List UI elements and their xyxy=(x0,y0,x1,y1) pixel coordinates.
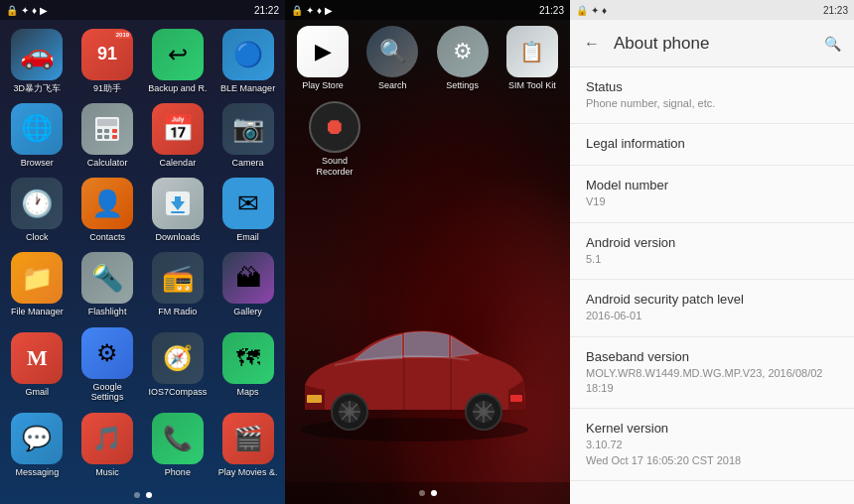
app-item-messaging[interactable]: 💬 Messaging xyxy=(4,410,71,480)
about-item-model[interactable]: Model number V19 xyxy=(570,166,854,222)
car-image xyxy=(285,301,553,449)
app-label-ble: BLE Manager xyxy=(220,83,275,94)
panel2-home-screen: 🔒 ✦ ♦ ▶ 21:23 ▶ Play Store 🔍 Search ⚙ Se… xyxy=(285,0,570,504)
svg-rect-5 xyxy=(97,135,102,139)
app-item-contacts[interactable]: 👤 Contacts xyxy=(74,175,141,245)
app-label-phone: Phone xyxy=(165,467,191,478)
app-item-downloads[interactable]: Downloads xyxy=(145,175,212,245)
lock-icon: 🔒 xyxy=(6,5,18,16)
app-item-gallery[interactable]: 🏔 Gallery xyxy=(214,250,281,320)
app-icon-race: 🚗 xyxy=(11,29,63,80)
app-item-settings[interactable]: ⚙ Settings xyxy=(429,26,497,91)
app-item-backup[interactable]: ↩ Backup and R. xyxy=(145,26,212,96)
panel1-app-drawer: 🔒 ✦ ♦ ▶ 21:22 🚗 3D暴力飞车 91 2019 91助手 ↩ xyxy=(0,0,285,504)
svg-rect-4 xyxy=(112,129,117,133)
app-icon-search: 🔍 xyxy=(366,26,418,77)
app-label-browser: Browser xyxy=(21,158,54,169)
app-label-filemgr: File Manager xyxy=(11,307,64,317)
search-button[interactable]: 🔍 xyxy=(818,30,846,58)
app-item-maps[interactable]: 🗺 Maps xyxy=(214,324,281,406)
app-item-91[interactable]: 91 2019 91助手 xyxy=(74,26,141,96)
panel3-status-bar: 🔒 ✦ ♦ 21:23 xyxy=(570,0,854,20)
app-icon-playstore: ▶ xyxy=(297,26,349,77)
panel2-time: 21:23 xyxy=(539,5,564,16)
app-item-search[interactable]: 🔍 Search xyxy=(358,26,426,91)
app-item-ios7compass[interactable]: 🧭 IOS7Compass xyxy=(145,324,212,406)
panel2-status-bar: 🔒 ✦ ♦ ▶ 21:23 xyxy=(285,0,570,20)
app-icon-backup: ↩ xyxy=(152,29,204,80)
about-item-baseband-title: Baseband version xyxy=(586,349,838,364)
panel1-status-bar: 🔒 ✦ ♦ ▶ 21:22 xyxy=(0,0,285,20)
about-item-legal[interactable]: Legal information xyxy=(570,124,854,166)
about-item-legal-title: Legal information xyxy=(586,136,838,151)
about-item-security-patch[interactable]: Android security patch level 2016-06-01 xyxy=(570,280,854,336)
app-item-calendar[interactable]: 📅 Calendar xyxy=(145,100,212,171)
app-label-email: Email xyxy=(236,232,259,243)
app-icon-camera: 📷 xyxy=(222,103,274,155)
about-item-model-title: Model number xyxy=(586,178,838,192)
app-item-playmovies[interactable]: 🎬 Play Movies &. xyxy=(214,410,281,480)
about-item-kernel[interactable]: Kernel version 3.10.72 Wed Oct 17 16:05:… xyxy=(570,409,854,481)
about-item-baseband-subtitle: MOLY.WR8.W1449.MD.WG.MP.V23, 2016/08/02 … xyxy=(586,366,838,397)
app-item-gmail[interactable]: M Gmail xyxy=(4,324,71,406)
app-icon-downloads xyxy=(152,178,204,229)
app-item-ble[interactable]: 🔵 BLE Manager xyxy=(214,26,281,96)
app-label-playstore: Play Store xyxy=(302,80,344,91)
about-item-android-title: Android version xyxy=(586,235,838,250)
panel1-status-right: 21:22 xyxy=(254,5,279,16)
app-icon-calc xyxy=(81,103,133,155)
downloads-svg xyxy=(163,189,193,218)
search-icon: 🔍 xyxy=(824,36,841,52)
app-item-race[interactable]: 🚗 3D暴力飞车 xyxy=(4,26,71,96)
app-label-camera: Camera xyxy=(232,158,264,169)
dot-1 xyxy=(134,492,140,498)
app-label-soundrecorder: Sound Recorder xyxy=(305,156,364,178)
p2-dot-1 xyxy=(419,490,425,496)
app-item-camera[interactable]: 📷 Camera xyxy=(214,100,281,171)
play-icon-p2: ▶ xyxy=(325,5,333,16)
app-icon-fmradio: 📻 xyxy=(152,252,204,304)
about-phone-header: ← About phone 🔍 xyxy=(570,20,854,67)
app-item-email[interactable]: ✉ Email xyxy=(214,175,281,245)
panel1-status-icons-left: 🔒 ✦ ♦ ▶ xyxy=(6,5,48,16)
app-icon-ble: 🔵 xyxy=(222,29,274,80)
app-icon-music: 🎵 xyxy=(81,413,133,464)
app-item-playstore[interactable]: ▶ Play Store xyxy=(289,26,356,91)
app-item-fmradio[interactable]: 📻 FM Radio xyxy=(145,250,212,320)
app-label-clock: Clock xyxy=(26,232,49,243)
app-label-fmradio: FM Radio xyxy=(158,307,197,317)
about-item-status[interactable]: Status Phone number, signal, etc. xyxy=(570,67,854,124)
app-item-simtoolkit[interactable]: 📋 SIM Tool Kit xyxy=(498,26,566,91)
app-label-googlesettings: Google Settings xyxy=(77,382,137,404)
svg-rect-3 xyxy=(104,129,109,133)
app-label-gallery: Gallery xyxy=(233,307,262,317)
back-button[interactable]: ← xyxy=(578,30,606,58)
app-icon-settings: ⚙ xyxy=(437,26,489,77)
app-item-filemgr[interactable]: 📁 File Manager xyxy=(4,250,71,320)
about-phone-list: Status Phone number, signal, etc. Legal … xyxy=(570,67,854,504)
app-item-music[interactable]: 🎵 Music xyxy=(74,410,141,480)
app-item-browser[interactable]: 🌐 Browser xyxy=(4,100,71,171)
app-item-soundrecorder[interactable]: ⏺ Sound Recorder xyxy=(305,101,364,178)
app-item-calc[interactable]: Calculator xyxy=(74,100,141,171)
about-item-security-subtitle: 2016-06-01 xyxy=(586,309,838,323)
svg-rect-6 xyxy=(104,135,109,139)
p2-dot-2 xyxy=(431,490,437,496)
app-icon-browser: 🌐 xyxy=(11,103,63,155)
app-item-googlesettings[interactable]: ⚙ Google Settings xyxy=(74,324,141,406)
app-label-ios7compass: IOS7Compass xyxy=(149,387,208,398)
about-item-baseband[interactable]: Baseband version MOLY.WR8.W1449.MD.WG.MP… xyxy=(570,337,854,410)
app-icon-maps: 🗺 xyxy=(222,332,274,384)
app-item-flashlight[interactable]: 🔦 Flashlight xyxy=(74,250,141,320)
app-item-phone[interactable]: 📞 Phone xyxy=(145,410,212,480)
badge-2019: 2019 xyxy=(114,31,131,39)
app-label-91: 91助手 xyxy=(93,83,121,94)
panel3-time: 21:23 xyxy=(823,5,848,16)
app-label-downloads: Downloads xyxy=(156,232,201,243)
svg-rect-7 xyxy=(112,135,117,139)
app-label-gmail: Gmail xyxy=(26,387,50,398)
app-item-clock[interactable]: 🕐 Clock xyxy=(4,175,71,245)
panel3-status-right: 21:23 xyxy=(823,5,848,16)
about-item-android-version[interactable]: Android version 5.1 xyxy=(570,223,854,280)
usb-icon-p3: ♦ xyxy=(602,5,607,16)
